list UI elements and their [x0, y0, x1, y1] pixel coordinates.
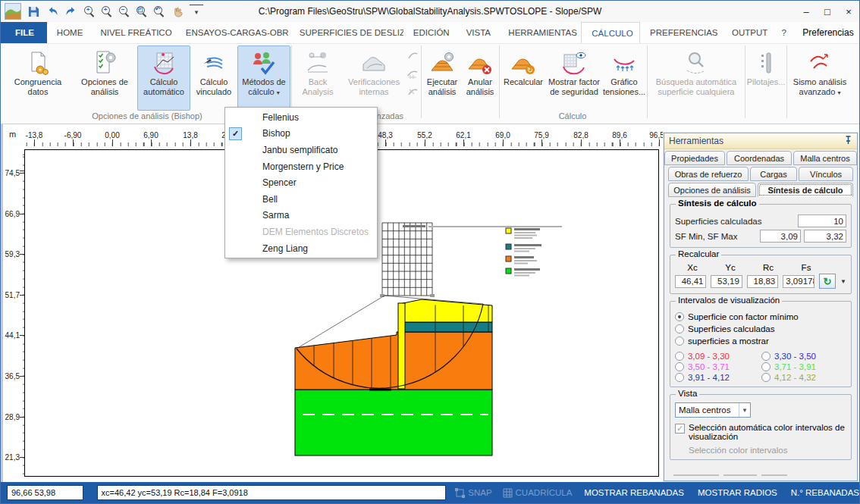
range-radio-6[interactable]: 4,12 - 4,32: [761, 373, 846, 382]
tab-nivel-freatico[interactable]: NIVEL FREÁTICO: [90, 22, 175, 43]
tab-calculo[interactable]: CÁLCULO: [581, 22, 640, 43]
maximize-button[interactable]: □: [817, 2, 838, 20]
preferences-link[interactable]: Preferencias: [793, 22, 859, 43]
zoom-extents-icon[interactable]: +: [83, 5, 96, 17]
redo-icon[interactable]: [64, 5, 78, 18]
panel-tab-obras-refuerzo[interactable]: Obras de refuerzo: [668, 167, 749, 181]
app-icon[interactable]: [5, 3, 21, 20]
panel-header[interactable]: Herramientas: [664, 133, 857, 149]
tab-home[interactable]: HOME: [47, 22, 91, 43]
panel-tab-sintesis-calculo[interactable]: Síntesis de cálculo: [758, 183, 853, 197]
sf-min-field[interactable]: 3,09: [760, 230, 801, 243]
minimize-button[interactable]: –: [796, 2, 817, 20]
tab-vista[interactable]: VISTA: [457, 22, 499, 43]
fs-field[interactable]: 3,09178: [783, 275, 814, 288]
calculo-automatico-button[interactable]: Cálculo automático: [137, 45, 190, 111]
panel-tab-malla-centros[interactable]: Malla centros: [793, 151, 857, 165]
opciones-analisis-button[interactable]: Opciones de análisis: [72, 45, 137, 111]
grid-toggle[interactable]: CUADRÍCULA: [503, 488, 573, 498]
refresh-button[interactable]: ↻: [819, 274, 836, 289]
dropdown-arrow-icon: ▾: [837, 89, 840, 96]
menu-item-fellenius[interactable]: Fellenius: [225, 109, 377, 126]
refresh-dropdown-arrow-icon[interactable]: ▼: [840, 278, 846, 285]
tab-file[interactable]: FILE: [1, 22, 47, 43]
radio-label: superficies a mostrar: [688, 337, 769, 346]
legend-swatch: [506, 228, 511, 233]
mostrar-rebanadas-toggle[interactable]: MOSTRAR REBANADAS: [584, 488, 684, 497]
mostrar-factor-button[interactable]: Mostrar factor de seguridad: [546, 45, 602, 111]
xc-field[interactable]: 46,41: [675, 275, 706, 288]
verificaciones-internas-button[interactable]: Verificaciones internas: [343, 45, 405, 111]
surface-grid-tool-icon[interactable]: [407, 68, 419, 83]
superficies-calculadas-field[interactable]: 10: [798, 214, 846, 227]
tab-superficies-desliza[interactable]: SUPERFICIES DE DESLIZA: [290, 22, 403, 43]
menu-item-dem[interactable]: DEM Elementos Discretos: [225, 224, 377, 240]
pan-hand-icon[interactable]: [171, 5, 184, 18]
range-radio-5[interactable]: 3,91 - 4,12: [675, 373, 760, 382]
menu-item-spencer[interactable]: Spencer: [225, 174, 377, 191]
ribbon-tab-row: FILE HOME NIVEL FREÁTICO ENSAYOS-CARGAS-…: [1, 22, 859, 44]
vista-combobox[interactable]: Malla centros ▼: [675, 402, 751, 418]
zoom-window-icon[interactable]: ◰: [136, 5, 148, 17]
ejecutar-analisis-button[interactable]: Ejecutar análisis: [422, 45, 462, 111]
panel-tab-opciones-analisis[interactable]: Opciones de análisis: [668, 183, 756, 197]
seleccion-color-link[interactable]: Selección color intervalos: [689, 446, 846, 455]
calculo-vinculado-button[interactable]: Cálculo vinculado: [190, 45, 237, 111]
tab-output[interactable]: OUTPUT: [722, 22, 774, 43]
pilotajes-button[interactable]: Pilotajes...: [746, 45, 786, 111]
range-label: 3,91 - 4,12: [688, 373, 730, 382]
back-analysis-button[interactable]: Back Analysis: [293, 45, 343, 111]
tab-help[interactable]: ?: [774, 22, 793, 43]
sf-max-field[interactable]: 3,32: [804, 230, 846, 243]
zoom-previous-icon[interactable]: ↶: [153, 5, 165, 17]
legend-swatch: [506, 256, 511, 261]
zoom-out-icon[interactable]: −: [118, 5, 130, 17]
surface-tool-icon[interactable]: [407, 50, 419, 64]
pin-icon[interactable]: [844, 136, 852, 147]
grafico-tensiones-button[interactable]: Gráfico tensiones...: [602, 45, 646, 111]
range-radio-2[interactable]: 3,30 - 3,50: [761, 352, 846, 361]
menu-item-sarma[interactable]: Sarma: [225, 208, 377, 224]
panel-tab-coordenadas[interactable]: Coordenadas: [727, 151, 792, 165]
panel-tab-propiedades[interactable]: Propiedades: [664, 151, 725, 165]
auto-color-checkbox-row[interactable]: Selección automática color intervalos de…: [675, 423, 846, 441]
yc-field[interactable]: 53,19: [711, 275, 742, 288]
radio-superficies-mostrar[interactable]: superficies a mostrar: [675, 337, 846, 346]
anular-analisis-button[interactable]: Anular análisis: [462, 45, 498, 111]
rc-field[interactable]: 18,83: [747, 275, 778, 288]
tab-edicion[interactable]: EDICIÓN: [403, 22, 457, 43]
recalcular-groupbox: Recalcular Xc Yc Rc Fs 46,41 53,19 18,83…: [670, 255, 852, 294]
busqueda-automatica-button[interactable]: Búsqueda automática superficie cualquier…: [648, 45, 744, 111]
range-radio-4[interactable]: 3,71 - 3,91: [761, 362, 846, 371]
tab-preferencias[interactable]: PREFERENCIAS: [640, 22, 722, 43]
radio-superficie-minimo[interactable]: Superficie con factor mínimo: [675, 312, 846, 321]
menu-item-zeng-liang[interactable]: Zeng Liang: [225, 240, 377, 257]
snap-toggle[interactable]: SNAP: [455, 488, 491, 498]
range-radio-1[interactable]: 3,09 - 3,30: [675, 352, 760, 361]
menu-item-janbu[interactable]: Janbu semplificato: [225, 142, 377, 158]
mostrar-radios-toggle[interactable]: MOSTRAR RADIOS: [698, 488, 777, 497]
undo-icon[interactable]: [46, 5, 59, 18]
close-button[interactable]: ×: [838, 2, 859, 20]
num-rebanadas-toggle[interactable]: N.° REBANADAS: [791, 488, 859, 497]
recalcular-button[interactable]: ↻ Recalcular: [501, 45, 546, 111]
congruencia-datos-button[interactable]: Congruencia datos: [4, 45, 72, 111]
sismo-analisis-button[interactable]: Sismo análisis avanzado ▾: [788, 45, 852, 111]
panel-tab-row-3: Opciones de análisis Síntesis de cálculo: [664, 183, 857, 197]
metodos-calculo-button[interactable]: Métodos de cálculo ▾: [237, 45, 290, 111]
range-radio-3[interactable]: 3,50 - 3,71: [675, 362, 760, 371]
tab-herramientas[interactable]: HERRAMIENTAS: [498, 22, 581, 43]
menu-item-bell[interactable]: Bell: [225, 191, 377, 208]
menu-item-morgenstern-price[interactable]: Morgenstern y Price: [225, 158, 377, 175]
slope-gray-icon: [361, 50, 387, 76]
radio-superficies-calculadas[interactable]: Superficies calculadas: [675, 324, 846, 333]
panel-tab-cargas[interactable]: Cargas: [750, 167, 797, 181]
zoom-in-icon[interactable]: +: [101, 5, 113, 17]
save-icon[interactable]: [27, 5, 40, 18]
quick-access-more-icon[interactable]: ▾: [190, 5, 203, 18]
group-label-calculo: Cálculo: [500, 111, 645, 121]
panel-tab-vinculos[interactable]: Vínculos: [799, 167, 853, 181]
tab-ensayos-cargas[interactable]: ENSAYOS-CARGAS-OBR: [176, 22, 290, 43]
surface-delete-tool-icon[interactable]: [407, 86, 419, 101]
menu-item-bishop[interactable]: ✓ Bishop: [225, 126, 377, 142]
